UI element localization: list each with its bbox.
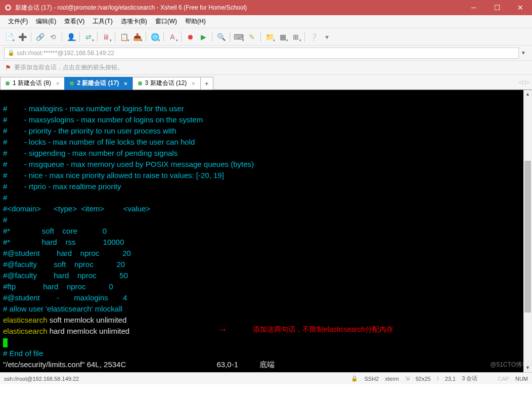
address-field[interactable]: 🔒 ssh://root:******@192.168.58.149:22 [4, 48, 519, 59]
status-term: xterm [385, 376, 399, 382]
annotation-arrow-icon: → [217, 324, 228, 335]
toolbar: 📄 ➕ 🔗 ⟲ 👤 ⇄ 🖥 📋 📥 🌐 A ⏺ ▶ 🔍 ⌨ ✎ 📁 ▦ ⊞ ❔ … [0, 28, 532, 46]
scroll-thumb[interactable] [524, 161, 531, 313]
copy-icon[interactable]: 📋 [118, 31, 130, 43]
add-icon[interactable]: ➕ [16, 31, 28, 43]
titlebar: 新建会话 (17) - root@promote:/var/log/elasti… [0, 0, 532, 15]
flag-icon: ⚑ [5, 64, 11, 71]
statusbar: ssh://root@192.168.58.149:22 🔒 SSH2 xter… [0, 372, 532, 384]
menu-tab[interactable]: 选项卡(B) [117, 16, 151, 27]
scroll-up-icon[interactable]: ▲ [523, 90, 532, 99]
reconnect-icon[interactable]: ⟲ [47, 31, 59, 43]
tab-prev-icon[interactable]: ◁ [519, 79, 523, 85]
play-icon[interactable]: ▶ [197, 31, 209, 43]
status-dot-icon [70, 81, 74, 85]
tab-nav: ◁ ▷ [519, 79, 529, 85]
folder-icon[interactable]: 📁 [263, 31, 276, 43]
annotation-text: 添加这两句话，不限制elasticsearch分配内存 [253, 324, 393, 335]
address-text: ssh://root:******@192.168.58.149:22 [17, 50, 114, 57]
status-dot-icon [6, 81, 10, 85]
new-session-icon[interactable]: 📄 [3, 31, 15, 43]
tab-label: 2 新建会话 (17) [77, 79, 119, 87]
tab-close-icon[interactable]: × [124, 80, 127, 86]
status-ssh: SSH2 [364, 376, 379, 382]
cursor-icon: ⁞ [437, 375, 439, 382]
status-cursor: 23,1 [445, 376, 456, 382]
tab-session-2[interactable]: 2 新建会话 (17) × [64, 77, 132, 90]
status-cap: CAP [498, 376, 509, 382]
maximize-button[interactable]: ☐ [485, 0, 509, 15]
menubar: 文件(F) 编辑(E) 查看(V) 工具(T) 选项卡(B) 窗口(W) 帮助(… [0, 15, 532, 28]
highlight-icon[interactable]: ✎ [246, 31, 258, 43]
lock-icon: 🔒 [8, 50, 15, 56]
add-tab-button[interactable]: + [200, 77, 213, 90]
terminal[interactable]: # - maxlogins - max number of logins for… [0, 90, 532, 372]
tab-session-3[interactable]: 3 新建会话 (12) × [132, 77, 201, 90]
user-icon[interactable]: 👤 [65, 31, 77, 43]
watermark-text: @51CTO博客 [490, 359, 528, 370]
svg-point-1 [7, 6, 10, 9]
keyboard-icon[interactable]: ⌨ [233, 31, 245, 43]
minimize-button[interactable]: ─ [462, 0, 485, 15]
menu-window[interactable]: 窗口(W) [151, 16, 181, 27]
dropdown-icon[interactable]: ▾ [321, 31, 333, 43]
size-icon: ⇲ [405, 375, 410, 382]
link-icon[interactable]: 🔗 [34, 31, 46, 43]
close-button[interactable]: ✕ [509, 0, 532, 15]
grid-icon[interactable]: ⊞ [290, 31, 302, 43]
paste-icon[interactable]: 📥 [131, 31, 143, 43]
tab-label: 3 新建会话 (12) [145, 79, 187, 87]
scroll-down-icon[interactable]: ▼ [523, 364, 532, 372]
menu-view[interactable]: 查看(V) [60, 16, 88, 27]
window-title: 新建会话 (17) - root@promote:/var/log/elasti… [15, 4, 462, 12]
status-num: NUM [515, 376, 528, 382]
hintbar: ⚑ 要添加当前会话，点击左侧的箭头按钮。 [0, 61, 532, 75]
status-size: 92x25 [416, 376, 431, 382]
help-icon[interactable]: ❔ [307, 31, 320, 43]
menu-help[interactable]: 帮助(H) [181, 16, 210, 27]
search-icon[interactable]: 🔍 [215, 31, 227, 43]
transfer-icon[interactable]: ⇄ [82, 31, 95, 43]
tab-next-icon[interactable]: ▷ [525, 79, 529, 85]
menu-edit[interactable]: 编辑(E) [32, 16, 60, 27]
layout-icon[interactable]: ▦ [277, 31, 289, 43]
addressbar: 🔒 ssh://root:******@192.168.58.149:22 ▼ [0, 46, 532, 61]
ssh-lock-icon: 🔒 [351, 375, 358, 382]
tabbar: 1 新建会话 (8) × 2 新建会话 (17) × 3 新建会话 (12) ×… [0, 75, 532, 90]
status-address: ssh://root@192.168.58.149:22 [4, 376, 79, 382]
tab-close-icon[interactable]: × [56, 80, 59, 86]
tab-label: 1 新建会话 (8) [13, 79, 51, 87]
tab-close-icon[interactable]: × [192, 80, 195, 86]
status-dot-icon [138, 81, 142, 85]
menu-file[interactable]: 文件(F) [4, 16, 32, 27]
hint-text: 要添加当前会话，点击左侧的箭头按钮。 [14, 63, 123, 72]
menu-tools[interactable]: 工具(T) [88, 16, 116, 27]
status-sessions: 3 会话 [462, 375, 477, 382]
terminal-scrollbar[interactable]: ▲ ▼ [523, 90, 532, 372]
app-icon [4, 4, 12, 12]
monitor-icon[interactable]: 🖥 [100, 31, 112, 43]
globe-icon[interactable]: 🌐 [149, 31, 161, 43]
record-icon[interactable]: ⏺ [184, 31, 196, 43]
tab-session-1[interactable]: 1 新建会话 (8) × [0, 77, 65, 90]
font-icon[interactable]: A [166, 31, 179, 43]
address-dropdown-icon[interactable]: ▼ [519, 50, 528, 56]
